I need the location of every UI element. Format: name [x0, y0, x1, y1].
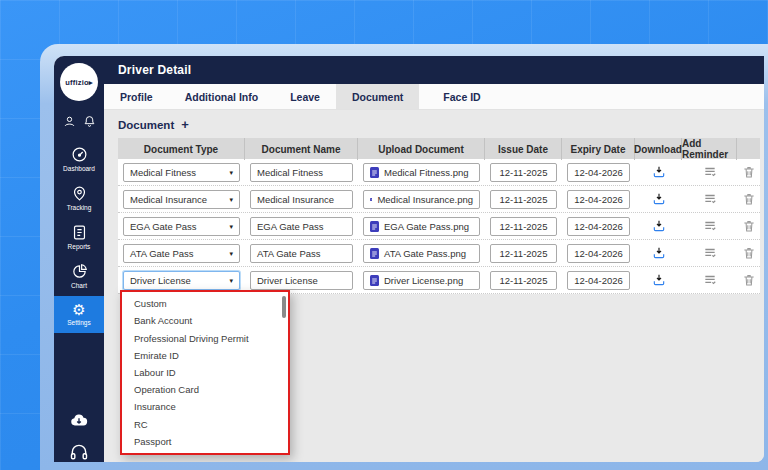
chevron-down-icon: ▾ [229, 196, 233, 203]
sidebar-item-tracking[interactable]: Tracking [54, 179, 104, 218]
section-title: Document [118, 119, 174, 131]
tab-face-id[interactable]: Face ID [427, 84, 496, 109]
trash-icon [742, 165, 756, 179]
brand-logo-text: uffizio▸ [65, 78, 92, 87]
delete-button[interactable] [742, 273, 756, 287]
add-reminder-button[interactable] [703, 246, 717, 260]
document-name-value: Medical Fitness [257, 167, 323, 178]
cloud-download-icon[interactable] [69, 410, 89, 430]
dropdown-option-custom[interactable]: Custom [122, 295, 288, 312]
download-button[interactable] [652, 192, 666, 206]
trash-icon [742, 246, 756, 260]
upload-document-field[interactable]: Medical Insurance.png [363, 190, 480, 209]
chart-icon [71, 263, 88, 280]
expiry-date-input[interactable]: 12-04-2026 [567, 217, 630, 236]
tab-label: Additional Info [185, 91, 259, 103]
add-reminder-button[interactable] [703, 165, 717, 179]
col-download: Download [635, 138, 682, 160]
delete-button[interactable] [742, 165, 756, 179]
document-type-value: Driver License [130, 275, 191, 286]
dropdown-option-emirate-id[interactable]: Emirate ID [122, 347, 288, 364]
expiry-date-value: 12-04-2026 [574, 248, 623, 259]
tab-additional-info[interactable]: Additional Info [169, 84, 275, 109]
sidebar-quick-icons [63, 115, 96, 128]
delete-button[interactable] [742, 192, 756, 206]
user-icon[interactable] [63, 115, 76, 128]
upload-document-field[interactable]: Medical Fitness.png [363, 163, 480, 182]
sidebar-item-settings[interactable]: ⚙ Settings [54, 296, 104, 333]
dropdown-option-insurance[interactable]: Insurance [122, 398, 288, 415]
issue-date-input[interactable]: 12-11-2025 [490, 190, 557, 209]
tab-bar: Profile Additional Info Leave Document F… [104, 84, 764, 110]
col-upload-document: Upload Document [358, 138, 485, 160]
download-button[interactable] [652, 165, 666, 179]
delete-button[interactable] [742, 246, 756, 260]
bell-icon[interactable] [83, 115, 96, 128]
dropdown-option-operation-card[interactable]: Operation Card [122, 381, 288, 398]
issue-date-input[interactable]: 12-11-2025 [490, 244, 557, 263]
tab-leave[interactable]: Leave [274, 84, 336, 109]
add-reminder-button[interactable] [703, 219, 717, 233]
upload-document-field[interactable]: Driver License.png [363, 271, 480, 290]
sidebar-item-reports[interactable]: Reports [54, 218, 104, 257]
add-reminder-button[interactable] [703, 192, 717, 206]
reminder-icon [703, 165, 717, 179]
col-actions [737, 138, 760, 160]
expiry-date-value: 12-04-2026 [574, 221, 623, 232]
document-name-input[interactable]: Medical Insurance [250, 190, 353, 209]
col-document-name: Document Name [245, 138, 358, 160]
download-icon [652, 273, 666, 287]
document-type-select[interactable]: Medical Fitness▾ [123, 163, 240, 182]
document-panel: Document + Document Type Document Name U… [104, 110, 764, 462]
dropdown-option-passport[interactable]: Passport [122, 433, 288, 450]
tab-document[interactable]: Document [336, 84, 419, 109]
add-reminder-button[interactable] [703, 273, 717, 287]
file-icon [370, 221, 379, 232]
col-document-type: Document Type [118, 138, 245, 160]
col-issue-date: Issue Date [485, 138, 562, 160]
expiry-date-input[interactable]: 12-04-2026 [567, 244, 630, 263]
sidebar-item-label: Chart [71, 282, 87, 289]
expiry-date-input[interactable]: 12-04-2026 [567, 190, 630, 209]
issue-date-value: 12-11-2025 [500, 275, 548, 286]
download-button[interactable] [652, 246, 666, 260]
tab-label: Leave [290, 91, 320, 103]
dropdown-option-bank-account[interactable]: Bank Account [122, 312, 288, 329]
document-type-value: Medical Fitness [130, 167, 196, 178]
expiry-date-input[interactable]: 12-04-2026 [567, 163, 630, 182]
dropdown-option-rc[interactable]: RC [122, 416, 288, 433]
document-type-select[interactable]: EGA Gate Pass▾ [123, 217, 240, 236]
document-name-input[interactable]: ATA Gate Pass [250, 244, 353, 263]
dropdown-option-professional-driving-permit[interactable]: Professional Driving Permit [122, 329, 288, 346]
dropdown-scrollbar-thumb[interactable] [282, 296, 286, 318]
document-type-select[interactable]: Medical Insurance▾ [123, 190, 240, 209]
upload-document-field[interactable]: EGA Gate Pass.png [363, 217, 480, 236]
dropdown-option-labour-id[interactable]: Labour ID [122, 364, 288, 381]
download-icon [652, 192, 666, 206]
document-type-select[interactable]: ATA Gate Pass▾ [123, 244, 240, 263]
add-document-button[interactable]: + [181, 117, 189, 132]
download-icon [652, 165, 666, 179]
table-header-row: Document Type Document Name Upload Docum… [118, 138, 760, 159]
document-name-input[interactable]: Medical Fitness [250, 163, 353, 182]
sidebar-item-dashboard[interactable]: Dashboard [54, 140, 104, 179]
issue-date-input[interactable]: 12-11-2025 [490, 217, 557, 236]
tracking-icon [71, 185, 88, 202]
document-name-input[interactable]: EGA Gate Pass [250, 217, 353, 236]
document-name-input[interactable]: Driver License [250, 271, 353, 290]
delete-button[interactable] [742, 219, 756, 233]
issue-date-input[interactable]: 12-11-2025 [490, 271, 557, 290]
issue-date-input[interactable]: 12-11-2025 [490, 163, 557, 182]
expiry-date-input[interactable]: 12-04-2026 [567, 271, 630, 290]
download-button[interactable] [652, 273, 666, 287]
document-type-select-open[interactable]: Driver License▾ [123, 271, 240, 290]
table-row: EGA Gate Pass▾ EGA Gate Pass EGA Gate Pa… [118, 213, 760, 240]
headset-icon[interactable] [69, 442, 89, 462]
tab-profile[interactable]: Profile [104, 84, 169, 109]
sidebar-item-chart[interactable]: Chart [54, 257, 104, 296]
upload-file-name: EGA Gate Pass.png [384, 221, 469, 232]
table-row: ATA Gate Pass▾ ATA Gate Pass ATA Gate Pa… [118, 240, 760, 267]
download-button[interactable] [652, 219, 666, 233]
document-name-value: ATA Gate Pass [257, 248, 321, 259]
upload-document-field[interactable]: ATA Gate Pass.png [363, 244, 480, 263]
